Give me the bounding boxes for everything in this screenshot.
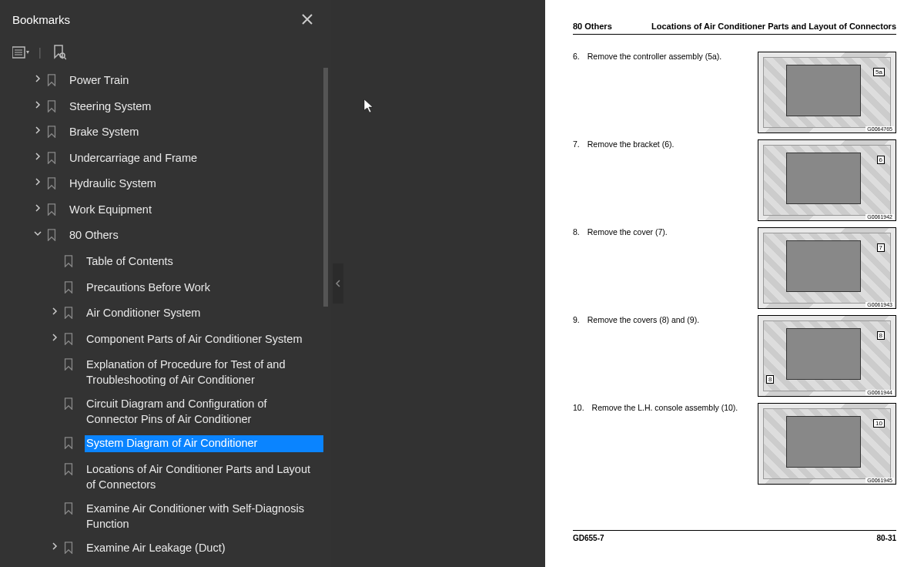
bookmark-item[interactable]: Steering System (9, 95, 326, 121)
bookmark-label: Examine Air Conditioner with Self-Diagno… (86, 502, 304, 530)
bookmark-item[interactable]: Air Conditioner System (9, 301, 326, 327)
step-text: 9.Remove the covers (8) and (9). (573, 315, 758, 324)
step-text: 7.Remove the bracket (6). (573, 139, 758, 149)
chevron-right-icon[interactable] (29, 99, 46, 109)
chevron-right-icon[interactable] (29, 202, 46, 212)
bookmark-item[interactable]: Locations of Air Conditioner Parts and L… (9, 458, 326, 497)
options-icon[interactable] (11, 44, 31, 61)
bookmark-icon (63, 540, 77, 559)
bookmark-label: Explanation of Procedure for Test of and… (86, 358, 285, 386)
bookmark-icon (63, 280, 77, 298)
toolbar-separator: | (37, 46, 43, 59)
bookmark-item[interactable]: Table of Contents (9, 250, 326, 276)
step-figure: 898G0061944 (758, 315, 896, 397)
pdf-page: 80 Others Locations of Air Conditioner P… (545, 0, 924, 567)
bookmarks-sidebar: Bookmarks | Power TrainSteering SystemBr… (0, 0, 331, 567)
bookmark-label: Steering System (69, 100, 151, 112)
procedure-step: 9.Remove the covers (8) and (9).898G0061… (573, 315, 896, 397)
figure-id: G0061944 (865, 390, 894, 395)
close-icon (302, 14, 313, 25)
bookmark-item[interactable]: System Diagram of Air Conditioner (9, 431, 326, 458)
bookmark-icon (46, 202, 60, 220)
bookmark-label: Power Train (69, 74, 129, 86)
bookmark-item[interactable]: Explanation of Procedure for Test of and… (9, 353, 326, 392)
chevron-down-icon[interactable] (29, 227, 46, 237)
sidebar-header: Bookmarks (0, 0, 331, 39)
step-figure: 10G0061945 (758, 403, 896, 485)
figure-id: G0061942 (865, 214, 894, 220)
bookmark-label: Undercarriage and Frame (69, 152, 197, 164)
chevron-right-icon[interactable] (46, 540, 63, 550)
chevron-right-icon[interactable] (46, 331, 63, 341)
chevron-right-icon[interactable] (29, 72, 46, 82)
mouse-cursor (363, 99, 376, 118)
bookmark-icon (46, 124, 60, 143)
bookmark-icon (63, 305, 77, 324)
page-footer-left: GD655-7 (573, 534, 604, 542)
bookmark-label: Circuit Diagram and Configuration of Con… (86, 398, 267, 425)
page-header-right: Locations of Air Conditioner Parts and L… (651, 22, 896, 31)
bookmark-label: System Diagram of Air Conditioner (86, 437, 257, 449)
bookmark-item[interactable]: Circuit Diagram and Configuration of Con… (9, 392, 326, 431)
bookmark-label: Table of Contents (86, 255, 173, 267)
procedure-step: 7.Remove the bracket (6).6G0061942 (573, 139, 896, 221)
bookmark-item[interactable]: 80 Others (9, 223, 326, 250)
bookmark-label: Brake System (69, 126, 139, 138)
bookmark-icon (46, 176, 60, 194)
page-header: 80 Others Locations of Air Conditioner P… (573, 22, 896, 35)
procedure-step: 8.Remove the cover (7).7G0061943 (573, 227, 896, 309)
step-text: 6.Remove the controller assembly (5a). (573, 52, 758, 61)
figure-id: G0064765 (865, 126, 894, 132)
bookmarks-toolbar: | (0, 39, 331, 69)
close-bookmarks-button[interactable] (296, 8, 319, 32)
bookmark-label: Component Parts of Air Conditioner Syste… (86, 333, 302, 345)
bookmark-item[interactable]: Undercarriage and Frame (9, 146, 326, 173)
bookmark-label: Examine Air Leakage (Duct) (86, 542, 226, 554)
bookmark-item[interactable]: Hydraulic System (9, 172, 326, 198)
bookmark-icon (63, 253, 77, 272)
bookmark-icon (46, 150, 60, 169)
chevron-left-icon (336, 280, 340, 287)
procedure-step: 10.Remove the L.H. console assembly (10)… (573, 403, 896, 485)
document-background (331, 0, 545, 567)
page-header-left: 80 Others (573, 22, 612, 31)
step-text: 10.Remove the L.H. console assembly (10)… (573, 403, 758, 412)
bookmark-icon (63, 357, 77, 375)
bookmark-item[interactable]: Power Train (9, 69, 326, 95)
page-footer: GD655-7 80-31 (573, 530, 896, 542)
sidebar-title: Bookmarks (12, 13, 70, 26)
bookmark-icon (63, 396, 77, 414)
bookmark-item[interactable]: Component Parts of Air Conditioner Syste… (9, 327, 326, 354)
bookmark-label: 80 Others (69, 229, 119, 241)
bookmark-label: Hydraulic System (69, 177, 156, 190)
bookmark-label: Work Equipment (69, 203, 152, 216)
svg-line-5 (64, 57, 66, 59)
collapse-sidebar-handle[interactable] (333, 263, 343, 304)
bookmark-tree[interactable]: Power TrainSteering SystemBrake SystemUn… (0, 69, 331, 567)
figure-id: G0061945 (865, 478, 894, 483)
bookmark-item[interactable]: Examine Air Leakage (Duct) (9, 536, 326, 562)
bookmark-icon (63, 461, 77, 480)
step-figure: 7G0061943 (758, 227, 896, 309)
bookmark-label: Precautions Before Work (86, 281, 210, 294)
chevron-right-icon[interactable] (29, 150, 46, 160)
bookmark-icon (63, 501, 77, 519)
scrollbar-thumb[interactable] (323, 68, 328, 307)
bookmark-item[interactable]: Examine Temperature Control Function (9, 562, 326, 567)
find-bookmark-icon[interactable] (49, 44, 69, 61)
chevron-right-icon[interactable] (29, 176, 46, 186)
bookmark-item[interactable]: Precautions Before Work (9, 276, 326, 302)
chevron-right-icon[interactable] (29, 124, 46, 134)
step-figure: 6G0061942 (758, 139, 896, 221)
bookmark-label: Air Conditioner System (86, 307, 200, 319)
bookmark-icon (46, 227, 60, 246)
bookmark-label: Locations of Air Conditioner Parts and L… (86, 463, 310, 491)
procedure-step: 6.Remove the controller assembly (5a).5a… (573, 52, 896, 133)
bookmark-item[interactable]: Work Equipment (9, 198, 326, 224)
chevron-right-icon[interactable] (46, 305, 63, 315)
bookmark-icon (46, 72, 60, 91)
bookmark-item[interactable]: Brake System (9, 120, 326, 146)
bookmark-icon (63, 331, 77, 350)
bookmark-item[interactable]: Examine Air Conditioner with Self-Diagno… (9, 497, 326, 536)
page-footer-right: 80-31 (876, 534, 896, 542)
